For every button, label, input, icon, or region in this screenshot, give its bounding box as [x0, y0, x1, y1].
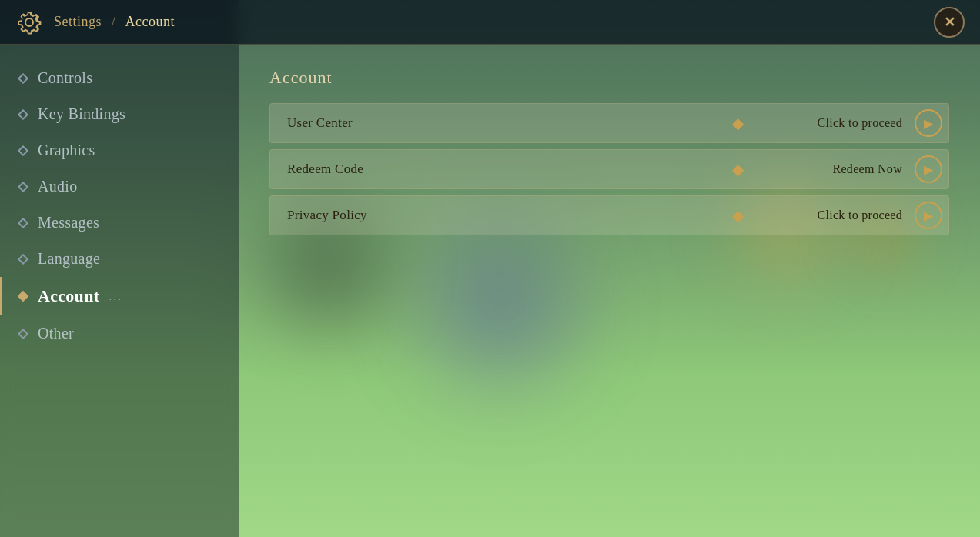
diamond-icon-language: [18, 253, 28, 264]
diamond-icon-controls: [18, 72, 28, 83]
header-bar: Settings / Account ✕: [0, 0, 980, 45]
close-button[interactable]: ✕: [934, 7, 965, 38]
sidebar-label-account: Account: [38, 286, 99, 306]
settings-gear-icon: [15, 8, 43, 36]
breadcrumb: Settings / Account: [54, 14, 175, 30]
row-action-privacy-policy: Click to proceed: [761, 208, 915, 222]
sidebar-item-account[interactable]: Account...: [0, 277, 239, 315]
row-arrow-privacy-policy[interactable]: ▶: [915, 202, 942, 229]
breadcrumb-current: Account: [125, 14, 175, 29]
diamond-divider-redeem-code: [726, 163, 749, 175]
breadcrumb-separator: /: [112, 14, 116, 29]
row-divider-redeem-code: [714, 163, 761, 175]
diamond-icon-account: [18, 291, 28, 302]
sidebar-item-language[interactable]: Language: [0, 241, 239, 277]
diamond-divider-privacy-policy: [726, 209, 749, 222]
row-divider-privacy-policy: [714, 209, 761, 222]
sidebar-item-key-bindings[interactable]: Key Bindings: [0, 96, 239, 132]
sidebar-item-other[interactable]: Other: [0, 315, 239, 352]
row-label-redeem-code: Redeem Code: [270, 162, 714, 177]
diamond-icon-graphics: [18, 145, 28, 155]
diamond-icon-key-bindings: [18, 108, 28, 119]
row-arrow-user-center[interactable]: ▶: [915, 109, 942, 137]
sidebar-item-controls[interactable]: Controls: [0, 60, 239, 96]
section-title: Account: [269, 68, 949, 88]
loading-dots: ...: [109, 289, 122, 303]
sidebar-item-messages[interactable]: Messages: [0, 205, 239, 241]
sidebar-label-other: Other: [38, 325, 74, 342]
diamond-icon-other: [18, 328, 28, 339]
row-label-user-center: User Center: [270, 115, 714, 131]
diamond-icon-audio: [18, 181, 28, 192]
sidebar-item-audio[interactable]: Audio: [0, 168, 239, 205]
setting-row-redeem-code[interactable]: Redeem CodeRedeem Now▶: [269, 149, 949, 189]
diamond-divider-user-center: [726, 117, 749, 129]
sidebar-label-controls: Controls: [38, 69, 92, 87]
diamond-icon-messages: [18, 217, 28, 228]
sidebar-label-graphics: Graphics: [38, 142, 95, 159]
sidebar-label-language: Language: [38, 250, 100, 268]
row-label-privacy-policy: Privacy Policy: [270, 208, 714, 223]
sidebar-item-graphics[interactable]: Graphics: [0, 132, 239, 168]
close-icon: ✕: [944, 14, 955, 31]
row-action-user-center: Click to proceed: [761, 116, 915, 130]
setting-row-privacy-policy[interactable]: Privacy PolicyClick to proceed▶: [269, 195, 949, 235]
row-action-redeem-code: Redeem Now: [761, 162, 915, 176]
row-arrow-redeem-code[interactable]: ▶: [915, 155, 942, 183]
sidebar-label-messages: Messages: [38, 214, 99, 232]
breadcrumb-settings: Settings: [54, 14, 102, 29]
row-divider-user-center: [714, 117, 761, 129]
sidebar-nav: ControlsKey BindingsGraphicsAudioMessage…: [0, 45, 239, 537]
main-content: Account User CenterClick to proceed▶Rede…: [239, 45, 980, 537]
sidebar-label-audio: Audio: [38, 178, 78, 195]
setting-row-user-center[interactable]: User CenterClick to proceed▶: [269, 103, 949, 143]
sidebar-label-key-bindings: Key Bindings: [38, 105, 125, 123]
